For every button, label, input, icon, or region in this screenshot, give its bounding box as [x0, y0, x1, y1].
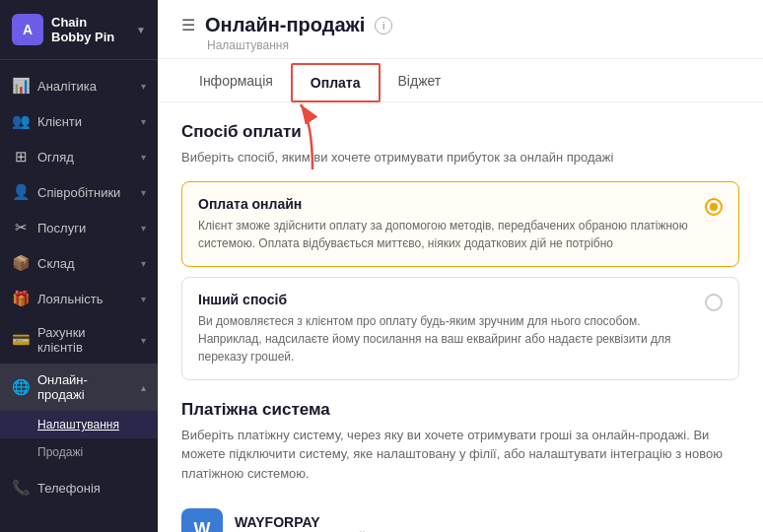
subitem-settings-label: Налаштування [37, 418, 119, 432]
sidebar-subitem-sales[interactable]: Продажі [0, 438, 158, 466]
sidebar-chevron-icon: ▼ [136, 25, 146, 35]
payment-system-desc: Виберіть платіжну систему, через яку ви … [181, 426, 739, 484]
analytics-icon: 📊 [12, 77, 30, 95]
payment-system-title: Платіжна система [181, 400, 739, 420]
nav-label-overview: Огляд [37, 150, 133, 165]
online-sales-icon: 🌐 [12, 378, 30, 396]
provider-logo-wayforpay: W [181, 508, 223, 532]
sidebar-item-online-sales[interactable]: 🌐 Онлайн-продажі ▴ [0, 364, 158, 411]
payment-option-other[interactable]: Інший спосіб Ви домовляєтеся з клієнтом … [181, 277, 739, 380]
nav-label-services: Послуги [37, 221, 133, 235]
employees-icon: 👤 [12, 183, 30, 201]
warehouse-icon: 📦 [12, 254, 30, 272]
sidebar-item-loyalty[interactable]: 🎁 Лояльність ▾ [0, 281, 158, 316]
payment-method-title: Спосіб оплати [181, 122, 739, 142]
tab-payment[interactable]: Оплата [291, 63, 381, 102]
sidebar-header[interactable]: A Chain Bobby Pin ▼ [0, 0, 158, 60]
tab-widget[interactable]: Віджет [381, 63, 459, 102]
breadcrumb: Налаштування [207, 38, 739, 52]
sidebar-item-accounts[interactable]: 💳 Рахунки клієнтів ▾ [0, 316, 158, 364]
payment-system-section: Платіжна система Виберіть платіжну систе… [181, 400, 739, 533]
chevron-down-icon: ▾ [141, 335, 146, 346]
nav-label-employees: Співробітники [37, 185, 133, 200]
overview-icon: ⊞ [12, 148, 30, 166]
nav-label-clients: Клієнти [37, 114, 133, 129]
sidebar-item-services[interactable]: ✂ Послуги ▾ [0, 210, 158, 245]
sidebar: A Chain Bobby Pin ▼ 📊 Аналітика ▾ 👥 Кліє… [0, 0, 158, 532]
nav-label-loyalty: Лояльність [37, 292, 133, 306]
provider-wayforpay[interactable]: W WAYFORPAY Оплата картками онлайн. [181, 497, 739, 532]
nav-label-analytics: Аналітика [37, 79, 133, 94]
chevron-down-icon: ▾ [141, 258, 146, 269]
accounts-icon: 💳 [12, 331, 30, 349]
payment-method-desc: Виберіть спосіб, яким ви хочете отримува… [181, 148, 739, 167]
sidebar-nav: 📊 Аналітика ▾ 👥 Клієнти ▾ ⊞ Огляд ▾ 👤 Сп… [0, 60, 158, 532]
chevron-down-icon: ▾ [141, 116, 146, 127]
sidebar-item-clients[interactable]: 👥 Клієнти ▾ [0, 103, 158, 139]
option-online-desc: Клієнт зможе здійснити оплату за допомог… [198, 217, 693, 252]
radio-online[interactable] [705, 198, 723, 216]
chevron-down-icon: ▾ [141, 81, 146, 92]
info-icon[interactable]: i [375, 17, 392, 34]
nav-label-warehouse: Склад [37, 256, 133, 271]
tab-info[interactable]: Інформація [181, 63, 291, 102]
clients-icon: 👥 [12, 112, 30, 130]
nav-label-accounts: Рахунки клієнтів [37, 325, 133, 355]
tabs-container: Інформація Оплата Віджет [158, 63, 763, 102]
nav-label-online-sales: Онлайн-продажі [37, 372, 133, 402]
loyalty-icon: 🎁 [12, 290, 30, 307]
main-content: ☰ Онлайн-продажі i Налаштування Інформац… [158, 0, 763, 532]
company-name: Chain Bobby Pin [51, 15, 128, 44]
telephony-icon: 📞 [12, 479, 30, 497]
chevron-down-icon: ▾ [141, 187, 146, 198]
hamburger-icon[interactable]: ☰ [181, 16, 195, 34]
sidebar-item-analytics[interactable]: 📊 Аналітика ▾ [0, 68, 158, 103]
provider-name: WAYFORPAY [235, 514, 376, 530]
radio-other[interactable] [705, 294, 723, 311]
sidebar-item-employees[interactable]: 👤 Співробітники ▾ [0, 174, 158, 210]
option-other-title: Інший спосіб [198, 292, 693, 307]
chevron-down-icon: ▾ [141, 294, 146, 304]
sidebar-item-telephony[interactable]: 📞 Телефонія [0, 470, 158, 505]
page-header: ☰ Онлайн-продажі i Налаштування [158, 0, 763, 59]
chevron-down-icon: ▾ [141, 223, 146, 233]
sidebar-logo: A [12, 14, 43, 45]
nav-label-telephony: Телефонія [37, 481, 146, 496]
subitem-sales-label: Продажі [37, 445, 83, 459]
option-other-desc: Ви домовляєтеся з клієнтом про оплату бу… [198, 312, 693, 366]
page-title: Онлайн-продажі [205, 14, 365, 36]
option-online-title: Оплата онлайн [198, 196, 693, 212]
payment-method-section: Спосіб оплати Виберіть спосіб, яким ви х… [181, 122, 739, 380]
sidebar-item-overview[interactable]: ⊞ Огляд ▾ [0, 139, 158, 174]
chevron-up-icon: ▴ [141, 382, 146, 393]
chevron-down-icon: ▾ [141, 152, 146, 163]
payment-option-online[interactable]: Оплата онлайн Клієнт зможе здійснити опл… [181, 181, 739, 267]
sidebar-subitem-settings[interactable]: Налаштування [0, 411, 158, 438]
services-icon: ✂ [12, 219, 30, 236]
sidebar-item-warehouse[interactable]: 📦 Склад ▾ [0, 245, 158, 281]
content-area: Спосіб оплати Виберіть спосіб, яким ви х… [158, 102, 763, 532]
